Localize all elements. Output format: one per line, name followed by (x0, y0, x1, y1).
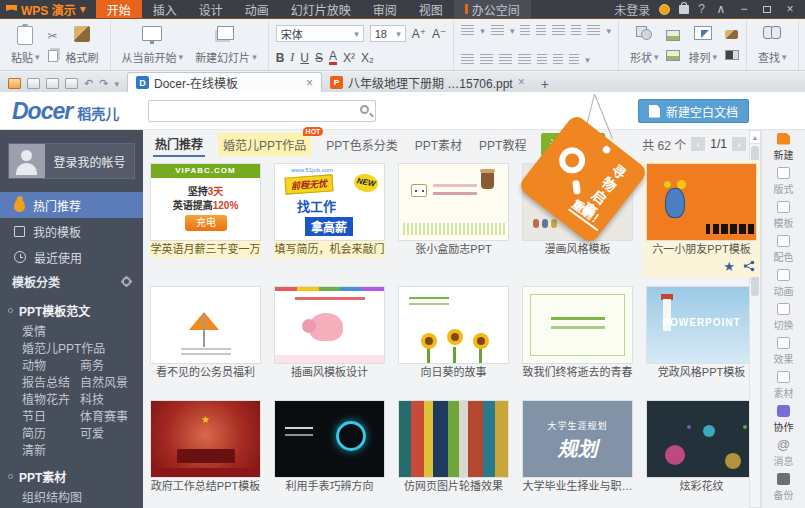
right-tool-effects[interactable]: 效果 (762, 334, 805, 368)
paint-icon[interactable] (725, 30, 738, 39)
template-card[interactable]: 致我们终将逝去的青春 (522, 286, 633, 381)
justify-icon[interactable] (518, 54, 531, 65)
wps-menu-button[interactable]: WPS 演示 ▾ (0, 0, 96, 18)
category-fresh[interactable]: 清新 (22, 444, 143, 458)
font-color-button[interactable]: A (329, 51, 337, 65)
category-tech[interactable]: 科技 (80, 393, 143, 407)
ad-card-vipabc[interactable]: VIPABC.COM 坚持3天 英语提高120% 充电 学英语月薪三千变一万 (150, 163, 261, 274)
right-tool-animation[interactable]: 动画 (762, 266, 805, 300)
copy-icon[interactable] (48, 50, 58, 62)
new-slide-button[interactable]: 新建幻灯片▾ (191, 24, 261, 67)
right-tool-messages[interactable]: @ 消息 (762, 436, 805, 470)
category-cute[interactable]: 可爱 (80, 427, 143, 441)
menu-tab-insert[interactable]: 插入 (142, 0, 188, 18)
increase-indent-icon[interactable] (536, 25, 546, 36)
shrink-font-button[interactable]: A⁻ (432, 27, 446, 41)
content-tab-hot[interactable]: 热门推荐 (153, 132, 205, 157)
close-tab-icon[interactable]: × (306, 76, 313, 90)
strikethrough-button[interactable]: S (315, 51, 323, 65)
align-center-icon[interactable] (480, 54, 493, 65)
shapes-button[interactable]: 形状▾ (626, 24, 663, 67)
sidebar-item-recent[interactable]: 最近使用 (0, 244, 143, 270)
template-card[interactable]: 炫彩花纹 (646, 400, 757, 495)
template-card-selected[interactable]: 六一小朋友PPT模板 ★ (643, 160, 760, 277)
italic-button[interactable]: I (290, 50, 294, 65)
content-tab-fanr[interactable]: 婚范儿PPT作品 HOT (218, 133, 311, 156)
grow-font-button[interactable]: A⁺ (412, 27, 426, 41)
category-business[interactable]: 商务 (80, 359, 143, 373)
menu-tab-review[interactable]: 审阅 (362, 0, 408, 18)
prev-page-button[interactable]: ‹ (691, 137, 705, 151)
menu-tab-workspace[interactable]: 办公空间 (454, 0, 531, 18)
search-icon[interactable] (360, 105, 369, 114)
category-sports[interactable]: 体育赛事 (80, 410, 143, 424)
content-tab-assets[interactable]: PPT素材 (413, 133, 464, 156)
right-tool-collaborate[interactable]: 协作 (762, 402, 805, 436)
menu-tab-home[interactable]: 开始 (96, 0, 142, 18)
lucky-button[interactable]: 试试手气 (541, 133, 605, 156)
sidebar-item-hot[interactable]: 热门推荐 (0, 192, 143, 218)
preview-icon[interactable] (65, 78, 78, 89)
columns-icon[interactable] (587, 25, 600, 36)
right-tool-assets[interactable]: 素材 (762, 368, 805, 402)
next-page-button[interactable]: › (732, 137, 746, 151)
template-card[interactable]: 张小盒励志PPT (398, 163, 509, 274)
template-card[interactable]: 插画风模板设计 (274, 286, 385, 381)
sidebar-item-my-templates[interactable]: 我的模板 (0, 218, 143, 244)
subscript-button[interactable]: X₂ (361, 51, 374, 65)
decrease-indent-icon[interactable] (520, 25, 530, 36)
bold-button[interactable]: B (276, 51, 285, 65)
menu-tab-animation[interactable]: 动画 (234, 0, 280, 18)
numbering-icon[interactable] (491, 25, 504, 36)
category-report[interactable]: 报告总结 (22, 376, 80, 390)
template-card[interactable]: 漫画风格模板 (522, 163, 633, 274)
menu-tab-slideshow[interactable]: 幻灯片放映 (280, 0, 362, 18)
charge-button[interactable]: 充电 (185, 215, 227, 231)
content-tab-colors[interactable]: PPT色系分类 (324, 133, 399, 156)
play-from-current-button[interactable]: 从当前开始▾ (118, 24, 188, 67)
tab-docer-templates[interactable]: D Docer-在线模板 × (127, 72, 322, 92)
login-status[interactable]: 未登录 (614, 1, 650, 18)
content-tab-tutorials[interactable]: PPT教程 (477, 133, 528, 156)
close-button[interactable]: × (783, 2, 797, 16)
gear-icon[interactable] (122, 277, 131, 286)
right-tool-new[interactable]: 新建 (762, 130, 805, 164)
new-tab-button[interactable]: + (533, 76, 557, 92)
collapse-ribbon-button[interactable]: ∧ (714, 2, 728, 16)
template-card[interactable]: ★ 政府工作总结PPT模板 (150, 400, 261, 495)
superscript-button[interactable]: X² (343, 51, 355, 65)
section-ppt-templates[interactable]: PPT模板范文 (0, 298, 143, 323)
scissors-icon[interactable]: ✂ (48, 29, 58, 43)
category-festival[interactable]: 节日 (22, 410, 80, 424)
template-card[interactable]: 大学生涯规划 规划 大学毕业生择业与职… (522, 400, 633, 495)
redo-icon[interactable]: ↷ (99, 78, 108, 89)
new-blank-document-button[interactable]: 新建空白文档 (638, 99, 749, 123)
section-ppt-assets[interactable]: PPT素材 (0, 464, 143, 489)
template-card[interactable]: 向日葵的故事 (398, 286, 509, 381)
search-input[interactable] (148, 100, 376, 122)
align-right-icon[interactable] (499, 54, 512, 65)
share-icon[interactable] (743, 260, 755, 272)
font-name-select[interactable]: 宋体▾ (276, 25, 364, 42)
fill-color-icon[interactable] (725, 50, 739, 60)
template-card[interactable]: 利用手表巧辨方向 (274, 400, 385, 495)
shop-icon[interactable] (679, 5, 689, 14)
right-tool-colors[interactable]: 配色 (762, 232, 805, 266)
tab-geography-ppt[interactable]: P 八年级地理下册期 …15706.ppt × (322, 72, 533, 92)
right-tool-backup[interactable]: 备份 (762, 470, 805, 504)
format-painter-button[interactable]: 格式刷 (62, 24, 103, 67)
login-button[interactable]: 登录我的帐号 (45, 144, 134, 178)
menu-tab-view[interactable]: 视图 (408, 0, 454, 18)
save-icon[interactable] (27, 78, 40, 89)
category-nature[interactable]: 自然风景 (80, 376, 143, 390)
undo-icon[interactable]: ↶ (84, 78, 93, 89)
paste-button[interactable]: 粘贴▾ (7, 24, 44, 67)
ad-card-51job[interactable]: www.51job.com 前程无忧 NEW 找工作 拿高薪 填写简历，机会来敲… (274, 163, 385, 274)
category-animal[interactable]: 动物 (22, 359, 80, 373)
category-fanr-works[interactable]: 婚范儿PPT作品 (22, 342, 143, 356)
points-icon[interactable] (659, 4, 670, 15)
align-left-icon[interactable] (461, 54, 474, 65)
text-direction-icon[interactable] (571, 25, 581, 36)
find-button[interactable]: 查找▾ (754, 24, 791, 67)
arrange-button[interactable]: 排列▾ (684, 24, 721, 67)
